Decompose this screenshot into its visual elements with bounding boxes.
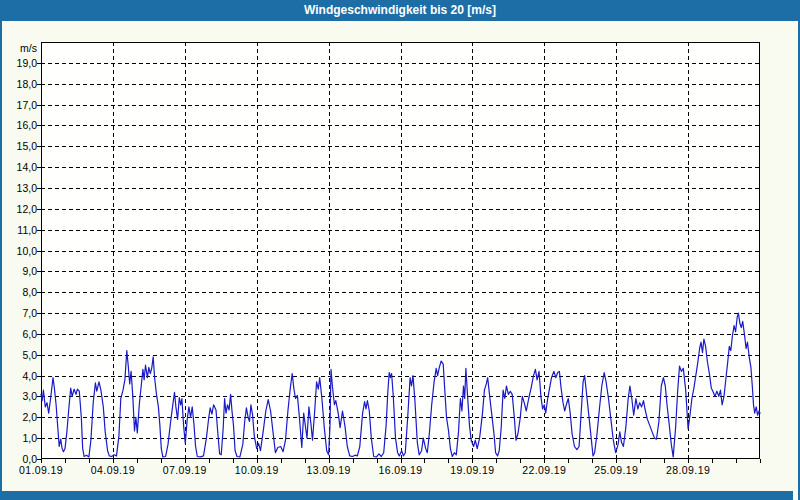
window-left-border [0,0,2,500]
bottom-scroll-strip [2,491,793,500]
chart-title: Windgeschwindigkeit bis 20 [m/s] [304,3,496,17]
chart-window: m/s0,01,02,03,04,05,06,07,08,09,010,011,… [0,0,800,500]
chart-canvas[interactable] [0,0,800,500]
chart-title-bar: Windgeschwindigkeit bis 20 [m/s] [0,0,800,21]
